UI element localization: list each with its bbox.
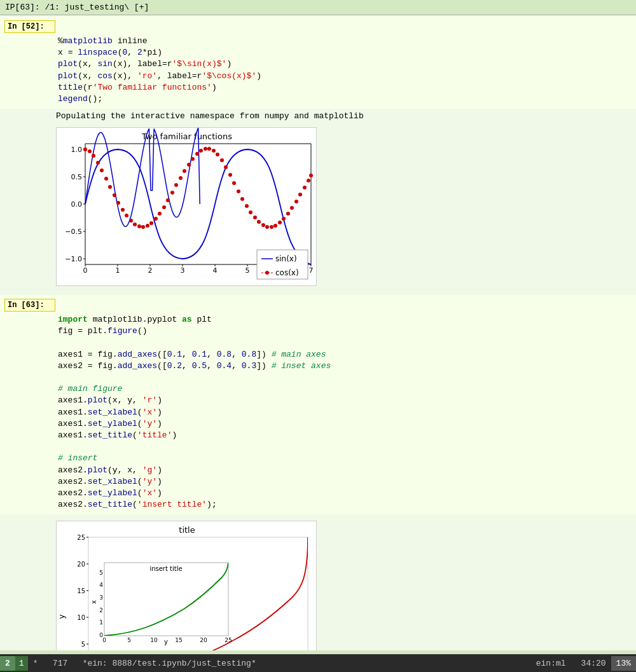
svg-point-54	[307, 179, 310, 182]
inset-xtick: 0	[102, 637, 106, 643]
code-line	[58, 338, 631, 349]
code-line: title(r'Two familiar functions')	[58, 82, 631, 93]
svg-point-28	[199, 149, 203, 153]
svg-point-1	[88, 149, 92, 153]
svg-point-27	[195, 152, 199, 156]
code-line: plot(x, sin(x), label=r'$\sin(x)$')	[58, 58, 631, 70]
svg-point-40	[249, 210, 252, 214]
svg-point-5	[104, 177, 108, 181]
code-line: # main figure	[58, 383, 631, 395]
inset-xtick: 10	[150, 637, 158, 643]
notebook[interactable]: In [52]: %matplotlib inline x = linspace…	[0, 15, 636, 650]
xtick-label: 0	[83, 266, 88, 275]
svg-point-30	[207, 147, 211, 151]
svg-point-13	[137, 224, 141, 228]
status-bar: 2 1 * 717 *ein: 8888/test.ipynb/just_tes…	[0, 654, 636, 672]
svg-point-47	[278, 221, 282, 224]
sin-curve	[85, 149, 311, 264]
svg-point-4	[100, 168, 104, 172]
inset-xtick: 20	[200, 637, 207, 643]
svg-point-52	[298, 193, 302, 196]
inset-xtick: 25	[225, 637, 232, 643]
legend-cos-label: cos(x)	[275, 268, 299, 277]
svg-point-12	[133, 223, 137, 226]
svg-point-32	[216, 153, 219, 156]
code-line: x = linspace(0, 2*pi)	[58, 47, 631, 58]
code-line: axes1.set_xlabel('x')	[58, 407, 631, 418]
code-line: %matplotlib inline	[58, 36, 631, 47]
code-line: axes2.set_ylabel('x')​	[58, 488, 631, 499]
ytick-label: −0.5	[65, 228, 82, 236]
inset-ylabel: x	[90, 600, 97, 604]
svg-point-26	[191, 157, 195, 161]
inset-axes	[104, 563, 228, 636]
svg-point-16	[149, 221, 153, 225]
svg-point-45	[270, 225, 273, 229]
inset-xtick: 5	[127, 637, 131, 643]
status-cursor: 34:20	[576, 656, 611, 671]
ytick-label: 0.0	[71, 200, 83, 209]
code-line: axes1.set_title('title')	[58, 430, 631, 441]
plot2-title: title	[179, 525, 195, 535]
cell-header-63: In [63]:	[2, 298, 636, 313]
code-line: legend();	[58, 93, 631, 105]
plot2-container: title y x 0 5 10 15 20	[56, 521, 317, 650]
status-mode-indicator: 1	[15, 656, 28, 671]
ytick-label: 0.5	[71, 173, 83, 181]
code-line	[58, 372, 631, 383]
xtick-label: 2	[148, 266, 153, 275]
svg-point-21	[170, 191, 174, 195]
svg-point-35	[228, 173, 232, 177]
cell-63: In [63]: import matplotlib.pyplot as plt…	[0, 295, 636, 514]
svg-point-44	[265, 225, 269, 229]
inset-xlabel: y	[164, 638, 168, 645]
ytick-label: 20	[77, 561, 85, 568]
code-line: import matplotlib.pyplot as plt	[58, 314, 631, 326]
status-filename: * 717 *ein: 8888/test.ipynb/just_testing…	[28, 656, 526, 671]
svg-point-11	[129, 219, 133, 223]
svg-point-49	[286, 212, 290, 216]
svg-point-10	[125, 214, 128, 217]
svg-point-20	[166, 198, 170, 202]
cell-52: In [52]: %matplotlib inline x = linspace…	[0, 17, 636, 109]
svg-point-24	[183, 169, 186, 173]
xtick-label: 7	[309, 266, 314, 275]
inset-ytick: 1	[99, 619, 103, 626]
code-line: axes2.set_title('insert title');	[58, 499, 631, 511]
svg-point-14	[141, 225, 145, 229]
inset-ytick: 2	[99, 607, 103, 614]
status-kernel: ein:ml	[526, 656, 576, 671]
ytick-label: 25	[77, 534, 85, 541]
svg-point-39	[245, 204, 249, 208]
svg-point-23	[179, 176, 183, 180]
ytick-label: −1.0	[65, 255, 82, 263]
svg-point-50	[290, 206, 294, 210]
cell-header-52: In [52]:	[2, 19, 636, 34]
xtick-label: 5	[245, 266, 250, 275]
svg-point-41	[253, 216, 257, 219]
cell-code-52[interactable]: %matplotlib inline x = linspace(0, 2*pi)…	[2, 34, 636, 106]
code-line: fig = plt.figure()	[58, 326, 631, 337]
svg-point-17	[154, 217, 158, 221]
inset-ytick: 4	[99, 582, 103, 588]
ytick-label: 5	[81, 641, 85, 648]
inset-xtick: 15	[175, 637, 182, 643]
status-cell-number: 2	[0, 656, 15, 671]
cell-code-63[interactable]: import matplotlib.pyplot as plt fig = pl…	[2, 313, 636, 512]
code-line: axes1.set_ylabel('y')	[58, 418, 631, 430]
svg-point-46	[273, 224, 277, 228]
title-bar: IP[63]: /1: just_testing\ [+]	[0, 0, 636, 15]
svg-point-0	[83, 147, 87, 151]
code-line: axes2 = fig.add_axes([0.2, 0.5, 0.4, 0.3…	[58, 360, 631, 372]
svg-point-18	[158, 212, 162, 216]
code-line	[58, 441, 631, 453]
code-line: plot(x, cos(x), 'ro', label=r'$\cos(x)$'…	[58, 71, 631, 82]
prompt-52: In [52]:	[4, 20, 55, 33]
xtick-label: 4	[213, 266, 218, 275]
xtick-label: 3	[181, 266, 185, 275]
svg-point-53	[303, 186, 307, 189]
svg-point-31	[212, 149, 216, 153]
svg-point-2	[92, 154, 95, 158]
svg-point-51	[294, 200, 298, 203]
svg-point-37	[237, 189, 240, 193]
